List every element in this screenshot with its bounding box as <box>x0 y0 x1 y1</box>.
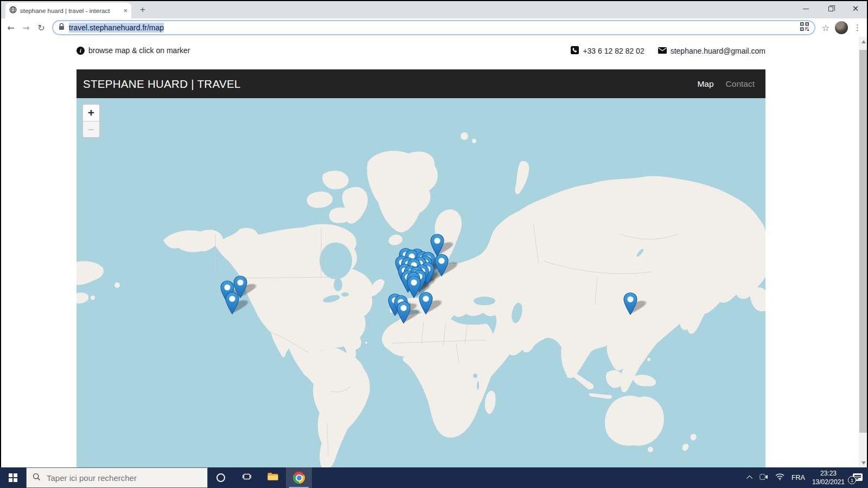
scrollbar-thumb[interactable] <box>859 50 867 433</box>
window-close-button[interactable]: ✕ <box>843 0 868 18</box>
globe-favicon-icon <box>9 6 17 16</box>
new-tab-button[interactable]: + <box>137 4 149 16</box>
task-view-icon <box>242 473 251 483</box>
chrome-icon <box>293 472 305 484</box>
zoom-in-button[interactable]: + <box>83 105 99 121</box>
page-scrollbar[interactable] <box>859 37 868 467</box>
profile-avatar[interactable] <box>835 21 848 34</box>
email-address[interactable]: stephane.huard@gmail.com <box>671 47 765 55</box>
map-marker[interactable] <box>225 292 239 314</box>
meet-now-icon[interactable] <box>760 473 768 483</box>
envelope-icon <box>658 47 667 55</box>
phone-icon <box>571 46 579 56</box>
map-marker[interactable] <box>435 254 449 277</box>
site-header: STEPHANE HUARD | TRAVEL Map Contact <box>76 69 765 98</box>
reload-button[interactable]: ↻ <box>34 20 49 35</box>
search-input[interactable] <box>46 473 187 483</box>
file-explorer-icon <box>267 472 278 483</box>
task-view-button[interactable] <box>234 467 260 488</box>
map-hint-text: browse map & click on marker <box>88 46 190 55</box>
windows-logo-icon <box>9 473 17 482</box>
forward-button[interactable]: → <box>18 20 34 35</box>
tray-chevron-icon[interactable] <box>746 476 752 481</box>
language-indicator[interactable]: FRA <box>792 474 805 481</box>
cortana-icon <box>216 473 225 482</box>
lock-icon <box>59 23 65 33</box>
start-button[interactable] <box>0 467 26 488</box>
map-marker[interactable] <box>419 292 433 314</box>
map-marker[interactable] <box>623 292 637 315</box>
search-icon <box>33 473 41 483</box>
back-button[interactable]: ← <box>3 20 18 35</box>
browser-toolbar: ← → ↻ travel.stephanehuard.fr/map ☆ ⋮ <box>0 18 868 37</box>
wifi-icon[interactable] <box>775 473 784 483</box>
desktop-screen: stephane huard | travel - interact × + ✕… <box>0 0 868 488</box>
menu-dots-icon[interactable]: ⋮ <box>853 23 861 33</box>
browser-tab-strip: stephane huard | travel - interact × + ✕ <box>0 0 868 18</box>
clock-time: 23:23 <box>820 469 837 478</box>
info-icon: i <box>76 47 85 55</box>
web-page: i browse map & click on marker +33 6 12 … <box>0 37 859 467</box>
tab-title: stephane huard | travel - interact <box>20 8 120 14</box>
cortana-button[interactable] <box>208 467 234 488</box>
window-minimize-button[interactable] <box>793 0 818 18</box>
close-icon: ✕ <box>852 5 859 13</box>
clock-date: 13/02/2021 <box>812 478 845 486</box>
world-map[interactable]: + − <box>76 98 765 467</box>
windows-taskbar: FRA 23:23 13/02/2021 1 <box>0 467 868 488</box>
qr-code-icon[interactable] <box>800 22 809 33</box>
nav-item-map[interactable]: Map <box>697 79 713 89</box>
chrome-taskbar-button[interactable] <box>286 467 312 488</box>
site-brand: STEPHANE HUARD | TRAVEL <box>83 78 241 91</box>
bookmark-star-icon[interactable]: ☆ <box>822 23 829 33</box>
address-bar[interactable]: travel.stephanehuard.fr/map <box>52 20 815 35</box>
minimize-icon <box>803 9 809 10</box>
url-text[interactable]: travel.stephanehuard.fr/map <box>69 23 164 32</box>
phone-number[interactable]: +33 6 12 82 82 02 <box>583 47 644 55</box>
restore-icon <box>828 7 833 11</box>
browser-tab[interactable]: stephane huard | travel - interact × <box>5 3 131 18</box>
file-explorer-button[interactable] <box>260 467 286 488</box>
tab-close-icon[interactable]: × <box>123 7 127 14</box>
map-marker[interactable] <box>397 301 411 324</box>
window-restore-button[interactable] <box>818 0 843 18</box>
map-zoom-control: + − <box>82 104 100 138</box>
marker-layer <box>76 98 765 467</box>
taskbar-clock[interactable]: 23:23 13/02/2021 <box>812 469 845 486</box>
nav-item-contact[interactable]: Contact <box>726 79 755 89</box>
notification-center-button[interactable]: 1 <box>852 473 863 482</box>
scroll-down-icon[interactable] <box>859 458 868 467</box>
scroll-up-icon[interactable] <box>859 37 868 46</box>
taskbar-search[interactable] <box>26 467 208 488</box>
notification-badge: 1 <box>848 476 856 484</box>
zoom-out-button[interactable]: − <box>83 121 99 137</box>
